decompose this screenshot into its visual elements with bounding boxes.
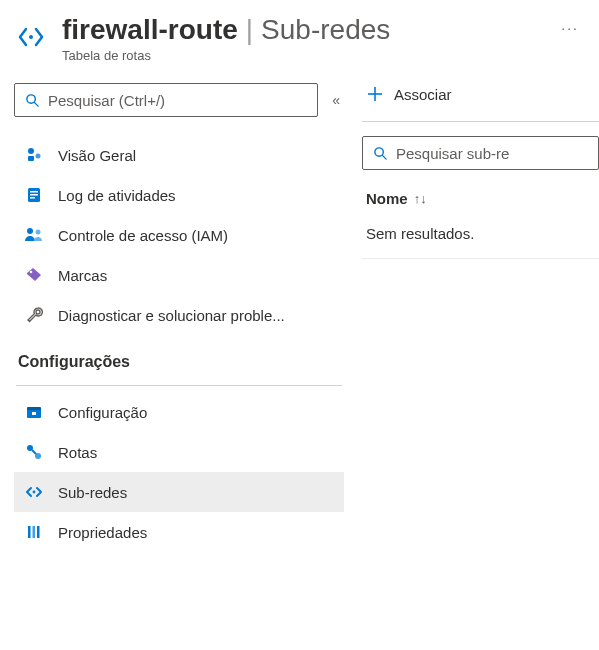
sidebar-item-label: Propriedades <box>58 524 147 541</box>
table-row-divider <box>362 258 599 259</box>
sidebar-item-label: Log de atividades <box>58 187 176 204</box>
svg-rect-15 <box>32 412 36 415</box>
sidebar-item-configuration[interactable]: Configuração <box>14 392 344 432</box>
section-name: Sub-redes <box>261 14 390 46</box>
resource-type-icon <box>14 20 48 54</box>
sidebar-item-label: Sub-redes <box>58 484 127 501</box>
svg-rect-7 <box>30 191 38 193</box>
svg-point-10 <box>27 228 33 234</box>
svg-rect-20 <box>33 526 36 538</box>
empty-results-label: Sem resultados. <box>366 225 474 242</box>
column-name-label: Nome <box>366 190 408 207</box>
table-body: Sem resultados. <box>362 221 599 246</box>
header-titles: firewall-route | Sub-redes Tabela de rot… <box>62 14 541 63</box>
subnet-search[interactable] <box>362 136 599 170</box>
tag-icon <box>24 266 44 284</box>
associate-label: Associar <box>394 86 452 103</box>
svg-point-3 <box>28 148 34 154</box>
sidebar: « Visão Geral Log de atividades Controle… <box>14 83 344 552</box>
table-header-name[interactable]: Nome ↑↓ <box>362 184 599 221</box>
sidebar-item-iam[interactable]: Controle de acesso (IAM) <box>14 215 344 255</box>
properties-icon <box>24 523 44 541</box>
svg-rect-9 <box>30 197 35 199</box>
activity-log-icon <box>24 186 44 204</box>
sidebar-item-properties[interactable]: Propriedades <box>14 512 344 552</box>
sidebar-item-activity-log[interactable]: Log de atividades <box>14 175 344 215</box>
svg-point-11 <box>36 230 41 235</box>
svg-point-18 <box>33 491 36 494</box>
svg-point-4 <box>36 154 41 159</box>
svg-rect-21 <box>37 526 40 538</box>
sidebar-item-label: Visão Geral <box>58 147 136 164</box>
sidebar-item-overview[interactable]: Visão Geral <box>14 135 344 175</box>
sidebar-item-label: Rotas <box>58 444 97 461</box>
main-content: Associar Nome ↑↓ Sem resultados. <box>362 83 599 271</box>
sidebar-item-diagnose[interactable]: Diagnosticar e solucionar proble... <box>14 295 344 335</box>
resource-name: firewall-route <box>62 14 238 46</box>
sidebar-item-subnets[interactable]: Sub-redes <box>14 472 344 512</box>
subnets-icon <box>24 483 44 501</box>
sidebar-search[interactable] <box>14 83 318 117</box>
associate-button[interactable]: Associar <box>362 83 456 105</box>
sidebar-item-tags[interactable]: Marcas <box>14 255 344 295</box>
toolbar: Associar <box>362 83 599 121</box>
iam-icon <box>24 226 44 244</box>
svg-rect-5 <box>28 156 34 161</box>
more-actions-button[interactable]: ··· <box>555 14 585 42</box>
page-header: firewall-route | Sub-redes Tabela de rot… <box>0 0 599 71</box>
title-separator: | <box>246 14 253 46</box>
svg-line-2 <box>34 102 38 106</box>
plus-icon <box>366 85 384 103</box>
search-icon <box>25 93 40 108</box>
sidebar-divider <box>16 385 342 386</box>
svg-point-0 <box>29 35 33 39</box>
toolbar-divider <box>362 121 599 122</box>
sidebar-section-settings: Configurações <box>14 335 344 381</box>
sidebar-item-routes[interactable]: Rotas <box>14 432 344 472</box>
sidebar-item-label: Configuração <box>58 404 147 421</box>
sidebar-item-label: Marcas <box>58 267 107 284</box>
svg-line-25 <box>382 155 386 159</box>
sidebar-item-label: Diagnosticar e solucionar proble... <box>58 307 285 324</box>
overview-icon <box>24 146 44 164</box>
resource-type-label: Tabela de rotas <box>62 48 541 63</box>
subnet-search-input[interactable] <box>396 145 588 162</box>
svg-rect-14 <box>27 407 41 410</box>
search-icon <box>373 146 388 161</box>
svg-rect-19 <box>28 526 31 538</box>
header-title: firewall-route | Sub-redes <box>62 14 541 46</box>
sidebar-search-input[interactable] <box>48 92 307 109</box>
svg-point-12 <box>30 271 33 274</box>
routes-icon <box>24 443 44 461</box>
wrench-icon <box>24 306 44 324</box>
svg-rect-8 <box>30 194 38 196</box>
sidebar-item-label: Controle de acesso (IAM) <box>58 227 228 244</box>
configuration-icon <box>24 403 44 421</box>
sort-icon: ↑↓ <box>414 191 427 206</box>
collapse-sidebar-button[interactable]: « <box>328 88 344 112</box>
